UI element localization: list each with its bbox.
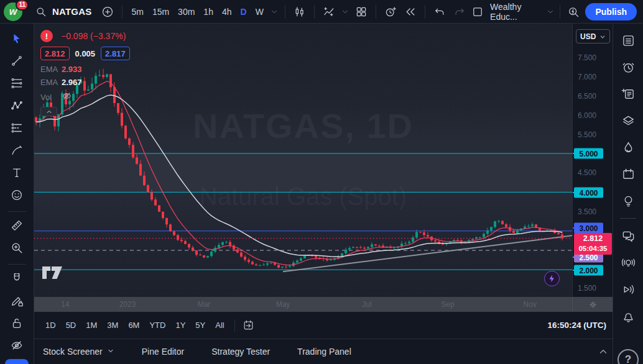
ema-indicator-label[interactable]: EMA — [40, 78, 62, 87]
toolbar-separator — [122, 5, 123, 19]
chevron-down-icon[interactable] — [545, 2, 555, 21]
toolbar-separator — [560, 5, 560, 19]
symbol-name[interactable]: NATGAS — [52, 6, 91, 17]
magnet-icon — [10, 271, 24, 287]
go-to-date-icon[interactable] — [240, 317, 257, 334]
tab-stock-screener[interactable]: Stock Screener — [43, 347, 114, 357]
app-logo[interactable]: w 11 — [4, 2, 22, 21]
tool-forecast[interactable] — [6, 118, 28, 139]
drawing-toolbar — [0, 24, 34, 364]
volume-hidden-eye-icon[interactable] — [62, 91, 72, 103]
sidebar-lightbulb-icon[interactable] — [618, 190, 639, 211]
emoji-icon — [10, 188, 24, 204]
zoom-in-icon — [10, 241, 24, 257]
replay-icon[interactable] — [401, 2, 420, 21]
tool-draw-lock[interactable] — [6, 291, 28, 312]
timeframe-4h[interactable]: 4h — [218, 4, 236, 20]
chart-settings-gear-icon[interactable] — [572, 297, 613, 312]
price-tick: 5.500 — [578, 130, 596, 139]
layout-square-icon[interactable] — [470, 2, 486, 21]
buy-price-button[interactable]: 2.817 — [101, 47, 130, 60]
sidebar-layers-icon[interactable] — [618, 110, 639, 131]
trend-line — [283, 235, 572, 271]
legend-collapse-button[interactable] — [40, 107, 57, 116]
search-icon[interactable] — [32, 2, 50, 21]
drawing-toolbar-overflow-pill[interactable] — [5, 359, 29, 364]
timeframe-1h[interactable]: 1h — [199, 4, 218, 20]
trend-line-icon — [10, 54, 24, 70]
tool-ruler[interactable] — [6, 216, 28, 237]
publish-button[interactable]: Publish — [585, 3, 637, 20]
indicators-icon[interactable] — [320, 2, 338, 21]
volume-indicator-label[interactable]: Vol — [40, 93, 62, 102]
sidebar-news-plus-icon[interactable] — [618, 83, 639, 104]
tool-brush[interactable] — [6, 140, 28, 162]
timeframe-w[interactable]: W — [251, 4, 268, 20]
range-3m[interactable]: 3M — [102, 317, 123, 333]
tool-xabcd-pattern[interactable] — [6, 96, 28, 117]
range-1m[interactable]: 1M — [81, 317, 102, 333]
sidebar-broadcast-bulb-icon[interactable] — [618, 252, 639, 273]
range-all[interactable]: All — [210, 317, 229, 333]
redo-icon[interactable] — [450, 2, 469, 21]
price-scale[interactable]: USD 7.5007.0006.5006.0005.5004.5003.5001… — [572, 24, 613, 297]
plus-circle-icon[interactable] — [98, 2, 117, 21]
topbar-left-group: w 11 NATGAS5m15m30m1h4hDW — [4, 0, 470, 23]
boost-lightning-button[interactable] — [544, 271, 560, 286]
sidebar-calendar-icon[interactable] — [618, 163, 639, 184]
timeframe-30m[interactable]: 30m — [173, 4, 199, 20]
timeframe-15m[interactable]: 15m — [148, 4, 173, 20]
tool-cursor[interactable] — [6, 29, 28, 50]
undo-icon[interactable] — [430, 2, 449, 21]
server-clock[interactable]: 16:50:24 (UTC) — [547, 321, 606, 330]
sidebar-bell-icon[interactable] — [618, 306, 639, 327]
tool-eye-slash[interactable] — [6, 335, 28, 357]
alert-plus-icon[interactable] — [381, 2, 400, 21]
ema-fast-value: 2.933 — [62, 65, 82, 74]
candles-icon[interactable] — [290, 2, 309, 21]
sidebar-play-streams-icon[interactable] — [618, 279, 639, 300]
tool-lock-open[interactable] — [6, 313, 28, 334]
time-axis-label: 2023 — [119, 300, 136, 309]
sidebar-divider — [620, 218, 636, 219]
tool-text-tool[interactable] — [6, 163, 28, 184]
sidebar-chats-icon[interactable] — [618, 225, 639, 247]
ema-indicator-label[interactable]: EMA — [40, 65, 62, 74]
layout-grid-icon[interactable] — [352, 2, 371, 21]
range-5d[interactable]: 5D — [61, 317, 81, 333]
chart-pane[interactable]: NATGAS, 1D Natural Gas (Spot) ! −0.098 (… — [34, 24, 572, 297]
tool-zoom-in[interactable] — [6, 238, 28, 259]
range-1d[interactable]: 1D — [40, 317, 61, 333]
topbar-right-group: Wealthy Educ...Publish — [470, 0, 637, 23]
bottom-panel: Stock ScreenerPine EditorStrategy Tester… — [34, 339, 643, 364]
layout-name[interactable]: Wealthy Educ... — [490, 2, 541, 22]
sidebar-watchlist-icon[interactable] — [618, 30, 639, 51]
tradingview-logo[interactable] — [42, 266, 63, 281]
bolt-search-icon[interactable] — [565, 2, 581, 21]
tab-strategy-tester[interactable]: Strategy Tester — [211, 347, 270, 357]
data-issue-warning-icon[interactable]: ! — [40, 30, 53, 42]
tool-magnet[interactable] — [6, 268, 28, 289]
tool-emoji[interactable] — [6, 185, 28, 206]
toolbar-separator — [234, 319, 235, 332]
chevron-down-icon[interactable] — [340, 2, 351, 21]
price-tick: 4.500 — [578, 168, 596, 177]
tool-fib-retracement[interactable] — [6, 73, 28, 94]
sidebar-alarm-clock-icon[interactable] — [618, 57, 639, 78]
timeframe-d[interactable]: D — [236, 4, 251, 20]
chevron-down-icon[interactable] — [269, 2, 280, 21]
time-axis[interactable]: 142023MarMayJulSepNov — [34, 297, 613, 312]
currency-selector[interactable]: USD — [576, 29, 610, 43]
range-5y[interactable]: 5Y — [190, 317, 210, 333]
range-1y[interactable]: 1Y — [170, 317, 190, 333]
tab-trading-panel[interactable]: Trading Panel — [297, 347, 351, 357]
range-ytd[interactable]: YTD — [144, 317, 170, 333]
range-6m[interactable]: 6M — [123, 317, 144, 333]
top-toolbar: w 11 NATGAS5m15m30m1h4hDW Wealthy Educ..… — [0, 0, 643, 24]
tab-pine-editor[interactable]: Pine Editor — [142, 347, 184, 357]
timeframe-5m[interactable]: 5m — [127, 4, 147, 20]
tool-trend-line[interactable] — [6, 51, 28, 72]
sidebar-flame-icon[interactable] — [618, 137, 639, 158]
sell-price-button[interactable]: 2.812 — [40, 47, 70, 60]
expand-panel-chevron-up-icon[interactable] — [596, 344, 611, 359]
